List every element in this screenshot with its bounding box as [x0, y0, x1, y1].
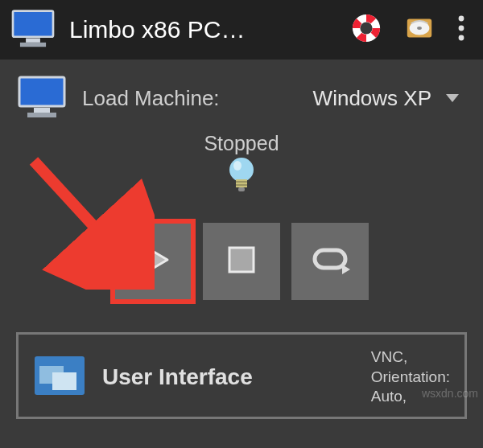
svg-marker-23	[342, 265, 350, 274]
stop-icon	[227, 245, 256, 277]
machine-dropdown-value: Windows XP	[313, 86, 431, 111]
svg-point-10	[459, 35, 464, 41]
ui-meta-line1: VNC,	[371, 347, 450, 368]
status-block: Stopped	[0, 132, 483, 202]
restart-button[interactable]	[291, 223, 369, 300]
svg-rect-18	[236, 184, 247, 186]
disc-icon[interactable]	[404, 13, 435, 47]
status-text: Stopped	[0, 132, 483, 155]
chevron-down-icon	[446, 94, 459, 102]
control-button-row	[0, 223, 483, 300]
svg-rect-12	[34, 108, 50, 113]
app-monitor-icon	[10, 8, 56, 51]
overflow-menu-icon[interactable]	[457, 14, 465, 45]
help-lifesaver-icon[interactable]	[351, 13, 382, 47]
watermark: wsxdn.com	[422, 387, 478, 400]
svg-rect-28	[52, 372, 76, 390]
svg-rect-21	[229, 248, 254, 272]
load-machine-label: Load Machine:	[82, 86, 220, 111]
svg-rect-1	[26, 39, 40, 43]
svg-marker-20	[140, 244, 167, 276]
machine-dropdown[interactable]: Windows XP	[313, 86, 467, 111]
svg-rect-16	[236, 179, 247, 187]
svg-rect-13	[27, 113, 56, 117]
user-interface-section[interactable]: User Interface VNC, Orientation: Auto,	[16, 332, 467, 419]
svg-point-14	[229, 158, 254, 182]
svg-point-15	[233, 161, 242, 171]
play-icon	[135, 240, 171, 282]
svg-rect-19	[238, 187, 245, 191]
svg-point-7	[417, 27, 422, 30]
play-button[interactable]	[114, 223, 192, 300]
load-machine-row: Load Machine: Windows XP	[0, 60, 483, 129]
svg-point-8	[459, 16, 464, 22]
svg-rect-22	[315, 250, 345, 268]
svg-rect-17	[236, 181, 247, 183]
svg-rect-0	[13, 11, 53, 37]
svg-point-4	[360, 22, 372, 34]
user-interface-title: User Interface	[102, 364, 355, 390]
app-topbar: Limbo x86 PC…	[0, 0, 483, 60]
svg-rect-11	[19, 77, 64, 106]
stop-button[interactable]	[203, 223, 280, 300]
svg-point-9	[459, 26, 464, 31]
ui-meta-line2: Orientation:	[371, 368, 450, 388]
svg-rect-2	[20, 43, 46, 47]
app-title: Limbo x86 PC…	[69, 16, 338, 43]
windows-icon	[33, 355, 86, 400]
load-monitor-icon	[16, 74, 68, 122]
lightbulb-icon	[225, 187, 258, 201]
loop-icon	[310, 245, 350, 277]
